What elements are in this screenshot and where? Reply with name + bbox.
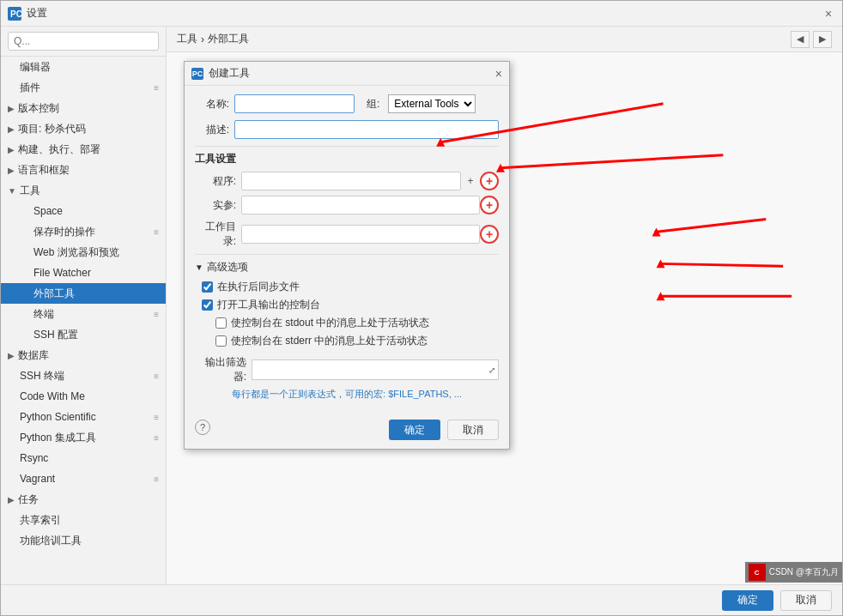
open-console-label: 打开工具输出的控制台 [217, 298, 320, 312]
sidebar-label: 插件 [20, 81, 40, 95]
sidebar-item-icon-right: ≡ [154, 474, 159, 484]
sidebar-label: Space [33, 205, 63, 217]
sidebar-item-project[interactable]: ▶项目: 秒杀代码 [1, 118, 166, 139]
advanced-header[interactable]: ▼ 高级选项 [195, 260, 499, 275]
sidebar-label: Rsync [20, 452, 48, 464]
bottom-cancel-button[interactable]: 取消 [780, 590, 832, 611]
sidebar-label: 保存时的操作 [33, 225, 95, 239]
window-close-button[interactable]: × [822, 7, 835, 21]
program-label: 程序: [195, 174, 236, 189]
program-input[interactable] [241, 172, 461, 190]
main-content: 编辑器插件≡▶版本控制▶项目: 秒杀代码▶构建、执行、部署▶语言和框架▼工具Sp… [1, 27, 842, 584]
sidebar-item-tools[interactable]: ▼工具 [1, 180, 166, 201]
sidebar-item-rsync[interactable]: Rsync [1, 448, 166, 468]
sidebar-item-ssh-terminal[interactable]: SSH 终端≡ [1, 365, 166, 386]
sidebar-label: 项目: 秒杀代码 [18, 122, 86, 136]
workdir-label: 工作目录: [195, 220, 236, 249]
expand-arrow-icon: ▶ [8, 104, 15, 113]
sidebar-item-terminal[interactable]: 终端≡ [1, 304, 166, 324]
sidebar-label: 外部工具 [33, 287, 75, 301]
sidebar-item-icon-right: ≡ [154, 227, 159, 237]
sidebar-label: 版本控制 [18, 101, 59, 116]
name-input[interactable] [234, 94, 355, 113]
sidebar-item-save-actions[interactable]: 保存时的操作≡ [1, 221, 166, 242]
group-select[interactable]: External Tools [388, 94, 476, 113]
args-circle-button[interactable]: + [480, 196, 499, 214]
sidebar-item-python-scientific[interactable]: Python Scientific≡ [1, 407, 166, 427]
sidebar-label: SSH 配置 [33, 328, 78, 342]
dialog-close-button[interactable]: × [495, 67, 502, 81]
forward-button[interactable]: ▶ [813, 31, 832, 48]
sidebar-item-vagrant[interactable]: Vagrant≡ [1, 468, 166, 489]
help-button[interactable]: ? [195, 420, 210, 435]
sidebar-item-file-watcher[interactable]: File Watcher [1, 263, 166, 283]
dialog-cancel-button[interactable]: 取消 [447, 420, 499, 440]
sync-files-checkbox[interactable] [202, 281, 213, 293]
name-label: 名称: [195, 97, 229, 112]
sidebar-item-code-with-me[interactable]: Code With Me [1, 386, 166, 407]
dialog-footer: ? 确定 取消 [185, 413, 509, 449]
sidebar-item-database[interactable]: ▶数据库 [1, 345, 166, 365]
sidebar-item-shared-index[interactable]: 共享索引 [1, 510, 166, 530]
sidebar-label: File Watcher [33, 267, 91, 279]
expand-arrow-icon: ▼ [8, 186, 16, 196]
sidebar-label: 任务 [18, 492, 39, 507]
stderr-active-checkbox[interactable] [215, 335, 227, 347]
sidebar-label: 构建、执行、部署 [18, 142, 100, 157]
workdir-input[interactable] [241, 225, 480, 244]
dialog-confirm-button[interactable]: 确定 [389, 420, 440, 440]
stdout-active-checkbox[interactable] [215, 317, 227, 329]
sidebar-item-web-browser[interactable]: Web 浏览器和预览 [1, 242, 166, 263]
sidebar-label: SSH 终端 [20, 369, 64, 383]
program-plus-button[interactable]: + [463, 173, 478, 189]
sidebar-label: 终端 [33, 307, 54, 322]
sidebar-item-python-integration[interactable]: Python 集成工具≡ [1, 427, 166, 448]
sidebar-item-editor[interactable]: 编辑器 [1, 57, 166, 77]
sidebar-item-external-tools[interactable]: 外部工具 [1, 283, 166, 304]
workdir-circle-button[interactable]: + [480, 225, 499, 244]
sidebar-item-icon-right: ≡ [154, 413, 159, 422]
sidebar-item-training-tools[interactable]: 功能培训工具 [1, 530, 166, 551]
sidebar-item-version-control[interactable]: ▶版本控制 [1, 98, 166, 118]
expand-arrow-icon: ▶ [8, 145, 15, 154]
breadcrumb-separator: › [201, 33, 204, 45]
sidebar-item-ssh-config[interactable]: SSH 配置 [1, 324, 166, 345]
desc-input[interactable] [234, 120, 499, 139]
create-tool-dialog: PC 创建工具 × 名称: 组: External Tools [184, 61, 510, 450]
sidebar-item-build-run[interactable]: ▶构建、执行、部署 [1, 139, 166, 160]
sidebar-label: 数据库 [18, 348, 49, 363]
back-button[interactable]: ◀ [791, 31, 810, 48]
checkbox-row-3: 使控制台在 stdout 中的消息上处于活动状态 [195, 316, 499, 330]
expand-arrow-icon: ▶ [8, 124, 15, 134]
watermark-text: CSDN @李百九月 [769, 566, 839, 578]
filter-expand-icon[interactable]: ⤢ [488, 365, 495, 375]
workdir-row: 工作目录: + [195, 220, 499, 249]
sidebar-item-tasks[interactable]: ▶任务 [1, 489, 166, 510]
bottom-confirm-button[interactable]: 确定 [722, 590, 773, 611]
sidebar: 编辑器插件≡▶版本控制▶项目: 秒杀代码▶构建、执行、部署▶语言和框架▼工具Sp… [1, 27, 167, 584]
title-bar: PC 设置 × [1, 1, 842, 27]
sidebar-label: 语言和框架 [18, 163, 70, 178]
sidebar-item-plugins[interactable]: 插件≡ [1, 77, 166, 98]
search-input[interactable] [8, 32, 159, 51]
stdout-active-label: 使控制台在 stdout 中的消息上处于活动状态 [231, 316, 429, 330]
workdir-circle-plus-icon: + [486, 227, 493, 241]
filter-input[interactable] [252, 360, 498, 379]
nav-buttons: ◀ ▶ [791, 31, 832, 48]
dialog-title: 创建工具 [209, 66, 495, 81]
program-circle-button[interactable]: + [480, 172, 499, 190]
sidebar-item-lang-framework[interactable]: ▶语言和框架 [1, 160, 166, 180]
stderr-active-label: 使控制台在 stderr 中的消息上处于活动状态 [231, 334, 428, 348]
name-row: 名称: 组: External Tools [195, 94, 499, 113]
desc-row: 描述: [195, 120, 499, 139]
filter-label: 输出筛选器: [195, 355, 246, 384]
args-input[interactable] [241, 196, 480, 214]
filter-row: 输出筛选器: ⤢ [195, 355, 499, 384]
checkbox-row-4: 使控制台在 stderr 中的消息上处于活动状态 [195, 334, 499, 348]
sidebar-label: Code With Me [20, 390, 85, 402]
args-row: 实参: + [195, 196, 499, 214]
sidebar-item-space[interactable]: Space [1, 201, 166, 221]
sidebar-item-icon-right: ≡ [154, 310, 159, 319]
sidebar-label: Web 浏览器和预览 [33, 245, 119, 260]
open-console-checkbox[interactable] [202, 299, 213, 311]
